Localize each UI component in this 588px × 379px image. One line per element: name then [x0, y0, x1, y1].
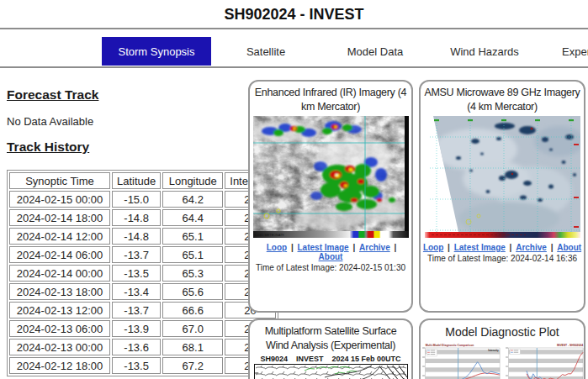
table-cell: -15.0 — [112, 191, 161, 208]
link-latest-image[interactable]: Latest Image — [298, 243, 349, 252]
model-diagnostic-panel: Model Diagnostic Plot Multi-Model Diagno… — [419, 318, 585, 379]
amsu-panel-title: AMSU Microwave 89 GHz Imagery(4 km Merca… — [421, 86, 584, 113]
tab-experimental[interactable]: Experimental — [539, 37, 588, 66]
panel-title-line: km Mercator) — [250, 100, 411, 114]
panel-title-line: Multiplatform Satellite Surface — [250, 324, 411, 339]
column-header-latitude: Latitude — [112, 172, 161, 189]
ir-imagery-panel: Enhanced Infrared (IR) Imagery (4km Merc… — [248, 80, 413, 313]
table-cell: 65.1 — [162, 246, 223, 263]
wind-plot-header: SH9024 INVEST 2024 15 Feb 00UTC — [250, 355, 411, 363]
chart-corner-label: Intensity — [488, 349, 499, 352]
table-cell: 64.4 — [162, 209, 223, 226]
amsu-satellite-image[interactable] — [425, 116, 580, 238]
page-title: SH902024 - INVEST — [0, 6, 588, 24]
table-cell: -13.6 — [112, 339, 161, 355]
table-cell: -13.4 — [112, 283, 161, 300]
table-cell: 65.3 — [162, 265, 223, 282]
tab-storm-synopsis[interactable]: Storm Synopsis — [102, 37, 211, 66]
table-cell: 67.0 — [162, 320, 223, 337]
panel-title-line: (4 km Mercator) — [421, 100, 584, 114]
wind-panel-title: Multiplatform Satellite SurfaceWind Anal… — [250, 324, 411, 352]
table-row: 2024-02-13 00:00-13.668.120 — [9, 339, 276, 355]
multi-model-comparison-chart: Multi-Model Diagnostic ComparisonIntensi… — [421, 343, 501, 379]
table-cell: 65.1 — [162, 228, 223, 245]
table-cell: 2024-02-13 06:00 — [9, 320, 110, 337]
ir-links-row: Loop | Latest Image | Archive | About — [250, 243, 411, 261]
link-separator: | — [289, 243, 295, 252]
panel-title-line: Wind Analysis (Experimental) — [250, 339, 411, 353]
table-cell: 2024-02-14 06:00 — [9, 246, 110, 263]
link-archive[interactable]: Archive — [359, 243, 390, 252]
divider-bottom — [0, 66, 588, 68]
tab-bar: Storm SynopsisSatelliteModel DataWind Ha… — [102, 37, 588, 66]
diagnostic-charts-row: Multi-Model Diagnostic ComparisonIntensi… — [421, 343, 584, 379]
divider-top — [0, 28, 588, 29]
link-latest-image[interactable]: Latest Image — [454, 243, 506, 252]
table-cell: 66.6 — [162, 302, 223, 318]
table-cell: -13.7 — [112, 302, 161, 318]
ir-image-caption: L0061 METEOSAT9 — [255, 234, 283, 237]
column-header-synoptic-time: Synoptic Time — [9, 172, 110, 189]
table-row: 2024-02-13 12:00-13.766.620 — [9, 302, 276, 318]
table-cell: -13.9 — [112, 320, 161, 337]
table-cell: 68.1 — [162, 339, 223, 355]
panel-title-line: Model Diagnostic Plot — [421, 324, 584, 340]
tab-satellite[interactable]: Satellite — [211, 37, 320, 66]
link-about[interactable]: About — [319, 252, 343, 261]
wind-analysis-image[interactable] — [254, 364, 408, 379]
ir-satellite-image[interactable]: L0061 METEOSAT9 — [253, 116, 409, 238]
wind-analysis-panel: Multiplatform Satellite SurfaceWind Anal… — [248, 318, 413, 379]
link-loop[interactable]: Loop — [423, 243, 443, 252]
panel-title-line: AMSU Microwave 89 GHz Imagery — [421, 86, 584, 100]
ir-time-text: Time of Latest Image: 2024-02-15 01:30 — [250, 263, 411, 272]
table-cell: 2024-02-13 12:00 — [9, 302, 110, 318]
table-cell: 2024-02-14 00:00 — [9, 265, 110, 282]
link-separator: | — [392, 243, 397, 252]
table-row: 2024-02-13 06:00-13.967.020 — [9, 320, 276, 337]
link-loop[interactable]: Loop — [267, 243, 287, 252]
column-header-longitude: Longitude — [162, 172, 223, 189]
chart-title: Multi-Model Diagnostic Comparison — [425, 345, 474, 348]
table-cell: 2024-02-15 00:00 — [9, 191, 110, 208]
table-cell: 65.6 — [162, 283, 223, 300]
table-cell: 2024-02-13 18:00 — [9, 283, 110, 300]
table-row: 2024-02-15 00:00-15.064.225 — [9, 191, 276, 208]
amsu-links-row: Loop | Latest Image | Archive | About — [421, 243, 584, 252]
storm-page: SH902024 - INVEST Storm SynopsisSatellit… — [0, 0, 588, 379]
table-row: 2024-02-13 18:00-13.465.620 — [9, 283, 276, 300]
table-row: 2024-02-14 18:00-14.864.425 — [9, 209, 276, 226]
diag-panel-title: Model Diagnostic Plot — [421, 324, 584, 340]
amsu-time-text: Time of Latest Image: 2024-02-14 16:36 — [421, 254, 584, 263]
tab-wind-hazards[interactable]: Wind Hazards — [430, 37, 539, 66]
amsu-imagery-panel: AMSU Microwave 89 GHz Imagery(4 km Merca… — [419, 80, 585, 313]
table-row: 2024-02-14 12:00-14.865.125 — [9, 228, 276, 245]
table-cell: 2024-02-14 18:00 — [9, 209, 110, 226]
table-cell: 67.2 — [162, 357, 223, 374]
link-archive[interactable]: Archive — [516, 243, 547, 252]
forecast-status-text: No Data Available — [7, 115, 93, 128]
link-separator: | — [548, 243, 555, 252]
table-cell: 2024-02-12 18:00 — [9, 357, 110, 374]
link-about[interactable]: About — [557, 243, 581, 252]
table-row: 2024-02-14 06:00-13.765.125 — [9, 246, 276, 263]
table-cell: -13.5 — [112, 357, 161, 374]
invest-diagnostic-chart: INVEST - SH902024 — [505, 343, 584, 379]
table-row: 2024-02-14 00:00-13.565.320 — [9, 265, 276, 282]
link-separator: | — [507, 243, 514, 252]
table-cell: 2024-02-14 12:00 — [9, 228, 110, 245]
table-cell: -13.7 — [112, 246, 161, 263]
track-history-table: Synoptic TimeLatitudeLongitudeIntensity … — [7, 170, 278, 376]
table-row: 2024-02-12 18:00-13.567.220 — [9, 357, 276, 374]
track-history-header: Synoptic TimeLatitudeLongitudeIntensity — [9, 172, 276, 189]
table-cell: 2024-02-13 00:00 — [9, 339, 110, 355]
link-separator: | — [351, 243, 358, 252]
forecast-track-heading: Forecast Track — [7, 87, 98, 103]
ir-panel-title: Enhanced Infrared (IR) Imagery (4km Merc… — [250, 86, 411, 113]
table-cell: -14.8 — [112, 209, 161, 226]
table-cell: -14.8 — [112, 228, 161, 245]
track-history-heading: Track History — [7, 139, 89, 155]
table-cell: -13.5 — [112, 265, 161, 282]
panel-title-line: Enhanced Infrared (IR) Imagery (4 — [250, 86, 411, 100]
link-separator: | — [445, 243, 452, 252]
tab-model-data[interactable]: Model Data — [320, 37, 430, 66]
